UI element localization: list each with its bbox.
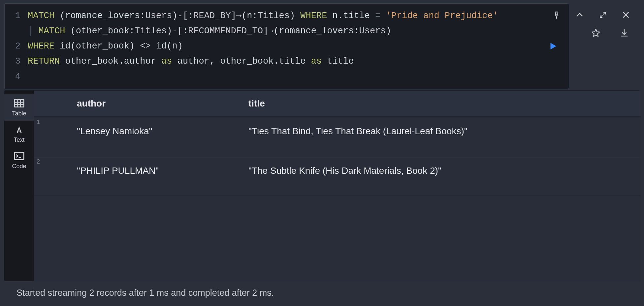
query-code[interactable]: MATCH (romance_lovers:Users)-[:READ_BY]→…	[28, 8, 569, 84]
line-number: 4	[5, 69, 20, 84]
sidebar-item-label: Table	[12, 110, 26, 117]
line-number-gutter: 1 2 3 4	[5, 8, 28, 84]
cell-author: "Lensey Namioka"	[77, 126, 248, 137]
line-number: 1	[5, 8, 20, 23]
query-editor[interactable]: 1 2 3 4 MATCH (romance_lovers:Users)-[:R…	[4, 3, 569, 89]
column-header-author[interactable]: author	[77, 98, 248, 109]
cell-author: "PHILIP PULLMAN"	[77, 166, 248, 176]
row-number: 2	[37, 158, 40, 165]
window-controls	[552, 10, 631, 20]
kw-where: WHERE	[300, 11, 327, 21]
favorite-icon[interactable]	[591, 28, 601, 38]
svg-rect-8	[15, 152, 24, 160]
download-icon[interactable]	[619, 28, 629, 38]
collapse-icon[interactable]	[575, 10, 585, 20]
sidebar-item-code[interactable]: Code	[4, 147, 34, 173]
cell-title: "Ties That Bind, Ties That Break (Laurel…	[248, 126, 641, 137]
line-number: 3	[5, 54, 20, 69]
pin-icon[interactable]	[552, 10, 562, 20]
result-view-sidebar: Table Text Code	[4, 90, 34, 281]
status-bar: Started streaming 2 records after 1 ms a…	[3, 281, 641, 306]
kw-return: RETURN	[28, 56, 60, 66]
editor-actions	[591, 28, 629, 38]
svg-marker-2	[592, 29, 599, 36]
sidebar-item-label: Code	[12, 163, 26, 170]
sidebar-item-label: Text	[14, 137, 24, 143]
sidebar-item-table[interactable]: Table	[4, 94, 34, 121]
close-icon[interactable]	[621, 10, 631, 20]
run-button[interactable]	[546, 40, 560, 53]
table-row[interactable]: 1 "Lensey Namioka" "Ties That Bind, Ties…	[34, 117, 641, 156]
results-table: author title 1 "Lensey Namioka" "Ties Th…	[34, 90, 641, 281]
svg-rect-3	[15, 99, 24, 107]
sidebar-item-text[interactable]: Text	[4, 121, 34, 147]
column-header-title[interactable]: title	[248, 98, 641, 109]
row-number: 1	[37, 119, 40, 126]
line-number: 2	[5, 39, 20, 54]
expand-icon[interactable]	[598, 10, 608, 20]
table-header: author title	[34, 90, 641, 117]
table-row[interactable]: 2 "PHILIP PULLMAN" "The Subtle Knife (Hi…	[34, 156, 641, 196]
kw-match: MATCH	[28, 11, 54, 21]
cell-title: "The Subtle Knife (His Dark Materials, B…	[248, 166, 641, 176]
